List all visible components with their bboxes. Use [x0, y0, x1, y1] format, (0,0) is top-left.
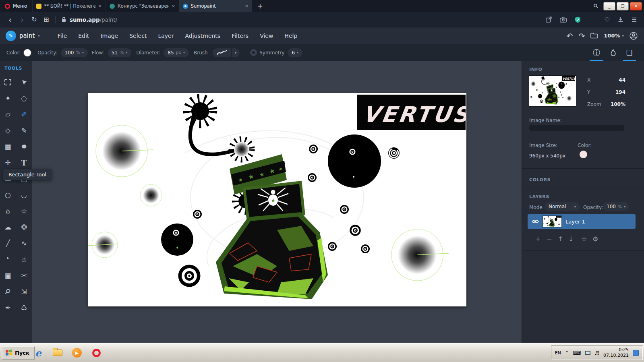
splatter-tool[interactable]: ✹ — [16, 139, 32, 155]
media-player-icon[interactable]: ▶ — [71, 347, 83, 359]
search-icon[interactable]: ⚲ — [592, 2, 600, 10]
menu-select[interactable]: Select — [124, 27, 152, 44]
speed-dial-button[interactable]: ⊞ — [40, 16, 52, 23]
redo-button[interactable]: ↷ — [578, 31, 585, 40]
text-tool[interactable]: T — [16, 155, 32, 171]
language-indicator[interactable]: EN — [555, 350, 561, 356]
opera-menu-button[interactable]: Меню — [0, 0, 32, 12]
color-panel-toggle[interactable] — [611, 44, 616, 61]
brush-dropdown[interactable]: ▾ — [231, 48, 240, 57]
flow-select[interactable]: 51 % ▾ — [108, 48, 132, 57]
layers-panel-toggle[interactable]: ❏ — [626, 44, 633, 61]
layers-header[interactable]: LAYERS — [529, 194, 549, 199]
layer-settings-button[interactable]: ⚙ — [592, 235, 598, 243]
pentagon-tool[interactable]: ⌂ — [0, 203, 16, 219]
fullscreen-tool[interactable]: ⇲ — [16, 283, 32, 300]
forward-button[interactable]: › — [16, 15, 28, 24]
favorites-heart-icon[interactable]: ♡ — [604, 16, 610, 23]
curve-tool[interactable]: ∿ — [16, 235, 32, 251]
internet-explorer-icon[interactable]: e — [32, 347, 44, 359]
clock[interactable]: 0:25 07.10.2021 — [603, 347, 629, 359]
canvas-artwork[interactable]: VERTUS — [88, 93, 466, 306]
marquee-select-tool[interactable] — [0, 74, 16, 90]
favorite-layer-button[interactable]: ☆ — [581, 235, 587, 243]
move-tool[interactable]: ➤ — [16, 74, 32, 90]
zoom-dropdown[interactable]: 100% ▾ — [604, 33, 624, 39]
remove-layer-button[interactable]: − — [547, 235, 552, 243]
tab-konkurs[interactable]: Конкурс "Зельеварение" - П ✕ — [106, 0, 179, 12]
layer-visibility-eye-icon[interactable] — [532, 219, 539, 224]
image-size-link[interactable]: 960px x 540px — [529, 153, 565, 159]
opacity-select[interactable]: 100 % ▾ — [61, 48, 88, 57]
download-icon[interactable] — [618, 17, 623, 23]
crop-tool[interactable]: ✂ — [16, 267, 32, 283]
menu-help[interactable]: Help — [279, 27, 303, 44]
ink-drop-tool[interactable]: ❛ — [0, 251, 16, 267]
symmetry-toggle-icon[interactable] — [250, 49, 257, 56]
ellipse-tool[interactable]: ○ — [0, 187, 16, 203]
lasso-tool[interactable]: ◌ — [16, 90, 32, 106]
reload-button[interactable]: ↻ — [28, 16, 40, 23]
frame-tool[interactable]: ▣ — [0, 267, 16, 283]
star-tool[interactable]: ☆ — [16, 203, 32, 219]
account-icon[interactable] — [630, 32, 638, 40]
color-picker-tool[interactable]: ✒ — [0, 300, 16, 316]
smudge-tool[interactable]: ☝ — [16, 251, 32, 267]
open-folder-icon[interactable] — [590, 33, 598, 39]
blend-mode-select[interactable]: Normal ▾ — [545, 202, 580, 211]
menu-edit[interactable]: Edit — [72, 27, 95, 44]
opera-taskbar-icon[interactable] — [90, 347, 102, 359]
keyboard-icon[interactable]: ⌨ — [573, 350, 581, 356]
menu-image[interactable]: Image — [95, 27, 124, 44]
new-tab-button[interactable]: + — [252, 2, 268, 10]
info-panel-toggle[interactable]: ⓘ — [593, 44, 600, 61]
file-explorer-icon[interactable] — [52, 347, 64, 359]
menu-adjustments[interactable]: Adjustments — [179, 27, 226, 44]
address-field[interactable]: sumo.app/paint/ — [58, 17, 546, 23]
diameter-select[interactable]: 85 px ▾ — [164, 48, 189, 57]
layer-opacity-select[interactable]: 100 % ▾ — [603, 202, 629, 211]
shape-select-tool[interactable]: ▱ — [0, 106, 16, 122]
polygon-shape-tool[interactable]: ◇ — [0, 122, 16, 139]
brush-tool[interactable]: ✐ — [16, 106, 32, 122]
zoom-tool[interactable]: ⚲ — [0, 283, 16, 300]
sumo-app-switcher[interactable]: ✎ paint ▾ — [0, 31, 46, 41]
pencil-tool[interactable]: ✎ — [16, 122, 32, 139]
menu-filters[interactable]: Filters — [226, 27, 254, 44]
minimize-button[interactable]: _ — [603, 2, 615, 10]
colors-header[interactable]: COLORS — [529, 177, 551, 182]
start-button[interactable]: Пуск — [2, 346, 35, 360]
trash-tool[interactable]: ♺ — [16, 300, 32, 316]
picked-color-swatch[interactable] — [580, 151, 587, 158]
tab-sumopaint[interactable]: Sumopaint ✕ — [179, 0, 252, 12]
menu-file[interactable]: File — [52, 27, 72, 44]
magic-wand-tool[interactable]: ✦ — [0, 90, 16, 106]
network-monitor-icon[interactable] — [585, 351, 590, 355]
line-tool[interactable]: ╱ — [0, 235, 16, 251]
menu-view[interactable]: View — [254, 27, 279, 44]
speaker-icon[interactable]: ♬ — [594, 350, 599, 356]
move-layer-up-button[interactable]: ↑ — [558, 235, 563, 243]
shield-badge-icon[interactable] — [575, 17, 581, 23]
gear-shape-tool[interactable]: ❂ — [16, 219, 32, 235]
image-name-input[interactable] — [529, 125, 624, 131]
clone-stamp-tool[interactable]: ✛ — [0, 155, 16, 171]
tab-close-icon[interactable]: ✕ — [245, 4, 248, 8]
tray-app-icon[interactable] — [633, 350, 639, 356]
sidebar-panel-icon[interactable]: ☰ — [632, 17, 637, 23]
tab-close-icon[interactable]: ✕ — [98, 4, 101, 8]
tab-close-icon[interactable]: ✕ — [172, 4, 175, 8]
brush-preview[interactable] — [213, 48, 231, 57]
pattern-tool[interactable]: ▦ — [0, 139, 16, 155]
move-layer-down-button[interactable]: ↓ — [568, 235, 574, 243]
snapshot-camera-icon[interactable] — [560, 17, 567, 23]
tab-pokelegenda[interactable]: ** БОЙ! ** | Покелегенда - ✕ — [32, 0, 106, 12]
custom-shape-tool[interactable]: ☁ — [0, 219, 16, 235]
maximize-button[interactable]: ❐ — [617, 2, 629, 10]
close-button[interactable]: ✕ — [630, 2, 642, 10]
back-button[interactable]: ‹ — [4, 15, 16, 24]
layer-row-1[interactable]: Layer 1 — [528, 214, 636, 229]
foreground-color-swatch[interactable] — [24, 49, 31, 56]
canvas-workspace[interactable]: VERTUS — [32, 61, 522, 343]
add-layer-button[interactable]: + — [535, 235, 540, 243]
